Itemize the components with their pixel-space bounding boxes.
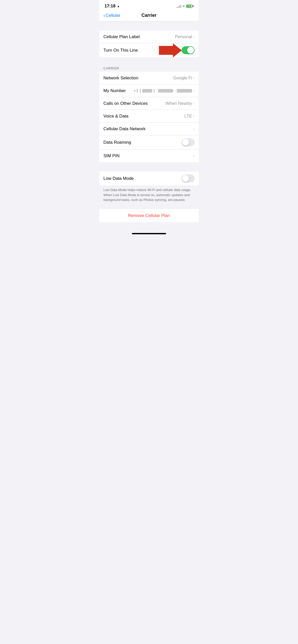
my-number-value: +1 ( ) - › [133, 88, 195, 93]
cellular-plan-label-row[interactable]: Cellular Plan Label Personal › [99, 31, 199, 43]
chevron-icon: › [193, 126, 195, 131]
chevron-icon: › [193, 75, 195, 81]
calls-on-other-devices-row[interactable]: Calls on Other Devices When Nearby › [99, 97, 199, 110]
my-number-dash: - [174, 88, 176, 93]
toggle-thumb [182, 175, 189, 182]
low-data-mode-label: Low Data Mode [103, 176, 134, 181]
wifi-icon: ≈ [183, 4, 185, 8]
my-number-separator: ) [153, 88, 155, 93]
status-time: 17:18 ▲ [104, 4, 120, 9]
cellular-plan-label-text: Cellular Plan Label [103, 34, 140, 39]
chevron-icon: › [193, 34, 195, 39]
voice-and-data-value-text: LTE [184, 114, 192, 119]
low-data-mode-toggle[interactable] [182, 174, 195, 182]
my-number-blurred-middle [158, 89, 173, 93]
network-selection-label: Network Selection [103, 76, 138, 81]
network-selection-value: Google Fi › [173, 75, 195, 81]
section-spacer-top [99, 21, 199, 31]
section-spacer-carrier [99, 57, 199, 64]
location-icon: ▲ [117, 5, 120, 8]
voice-and-data-row[interactable]: Voice & Data LTE › [99, 110, 199, 123]
low-data-mode-group: Low Data Mode [99, 171, 199, 185]
svg-marker-0 [159, 43, 182, 57]
turn-on-this-line-row[interactable]: Turn On This Line [99, 43, 199, 57]
calls-on-other-devices-label: Calls on Other Devices [103, 101, 148, 106]
cellular-data-network-label: Cellular Data Network [103, 126, 145, 131]
data-roaming-label: Data Roaming [103, 140, 131, 145]
back-chevron-icon: ‹ [103, 12, 105, 18]
remove-cellular-plan-row[interactable]: Remove Cellular Plan [99, 209, 199, 222]
my-number-prefix: +1 ( [133, 88, 141, 93]
my-number-label: My Number [103, 88, 126, 93]
toggle-thumb [182, 139, 189, 146]
carrier-section-header: CARRIER [99, 64, 199, 72]
network-selection-row[interactable]: Network Selection Google Fi › [99, 72, 199, 84]
settings-group-top: Cellular Plan Label Personal › Turn On T… [99, 31, 199, 57]
voice-and-data-label: Voice & Data [103, 114, 128, 119]
status-bar: 17:18 ▲ ≈ ⚡ [99, 0, 199, 11]
my-number-blurred-area [142, 89, 152, 93]
red-arrow-icon [159, 43, 182, 57]
carrier-settings-group: Network Selection Google Fi › My Number … [99, 72, 199, 162]
sim-pin-row[interactable]: SIM PIN › [99, 150, 199, 162]
chevron-icon: › [193, 101, 195, 106]
home-bar [132, 233, 166, 234]
bottom-spacer [99, 222, 199, 230]
low-data-mode-note-text: Low Data Mode helps reduce Wi-Fi and cel… [103, 188, 191, 202]
low-data-mode-note: Low Data Mode helps reduce Wi-Fi and cel… [99, 185, 199, 207]
status-icons: ≈ ⚡ [177, 4, 194, 8]
cellular-plan-label-value: Personal › [175, 34, 195, 39]
remove-cellular-plan-button[interactable]: Remove Cellular Plan [128, 213, 170, 218]
data-roaming-toggle[interactable] [182, 138, 195, 146]
network-selection-value-text: Google Fi [173, 76, 192, 81]
turn-on-this-line-label: Turn On This Line [103, 48, 138, 53]
section-spacer-low-data [99, 162, 199, 171]
time-display: 17:18 [104, 4, 115, 9]
battery-icon: ⚡ [186, 5, 194, 8]
back-label: Cellular [106, 13, 120, 18]
data-roaming-row[interactable]: Data Roaming [99, 135, 199, 150]
low-data-mode-row[interactable]: Low Data Mode [99, 171, 199, 185]
back-button[interactable]: ‹ Cellular [103, 12, 120, 18]
calls-on-other-devices-value-text: When Nearby [166, 101, 192, 106]
chevron-icon: › [193, 88, 195, 93]
home-indicator [99, 230, 199, 236]
chevron-icon: › [193, 113, 195, 119]
my-number-blurred-end [177, 89, 192, 93]
toggle-thumb [187, 47, 194, 54]
voice-and-data-value: LTE › [184, 113, 195, 119]
calls-on-other-devices-value: When Nearby › [166, 101, 195, 106]
chevron-icon: › [193, 153, 195, 159]
cellular-data-network-value: › [193, 126, 195, 131]
nav-bar: ‹ Cellular Carrier [99, 11, 199, 21]
sim-pin-value: › [193, 153, 195, 159]
cellular-data-network-row[interactable]: Cellular Data Network › [99, 123, 199, 135]
cellular-plan-label-value-text: Personal [175, 34, 192, 39]
turn-on-toggle[interactable] [182, 46, 195, 54]
sim-pin-label: SIM PIN [103, 153, 119, 158]
signal-bars-icon [177, 4, 181, 8]
my-number-row[interactable]: My Number +1 ( ) - › [99, 84, 199, 97]
page-title: Carrier [141, 13, 156, 18]
